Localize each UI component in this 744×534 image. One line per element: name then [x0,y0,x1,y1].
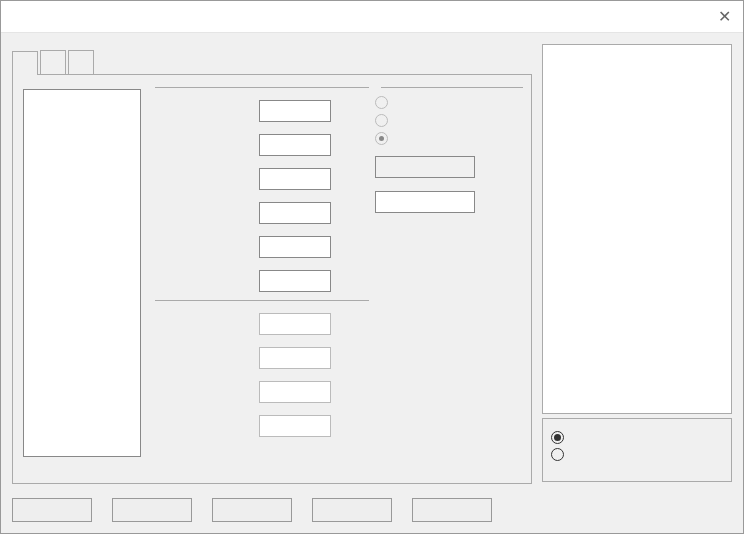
tab-attributes[interactable] [68,50,94,74]
series-column [23,85,141,473]
tab-sprockets[interactable] [12,51,38,75]
tab-setup[interactable] [40,50,66,74]
start-angle-input[interactable] [375,191,475,213]
style-envelope [375,114,523,127]
thick-input [259,347,331,369]
title-bar: ✕ [1,1,743,33]
edit-button[interactable] [312,498,392,522]
style-column [375,85,523,213]
teeth-input[interactable] [259,100,331,122]
preview-pane [542,44,732,414]
pitch-input [259,313,331,335]
rep-top[interactable] [551,431,723,444]
roller-input [259,381,331,403]
style-simple [375,96,523,109]
plate-input [259,415,331,437]
tab-panel [12,74,532,484]
ok-button[interactable] [12,498,92,522]
hubd-input[interactable] [259,168,331,190]
help-button[interactable] [212,498,292,522]
parameters-column [149,85,369,445]
button-bar [12,498,492,522]
series-listbox[interactable] [23,89,141,457]
hubtp-input[interactable] [259,236,331,258]
hubtn-input[interactable] [259,202,331,224]
sprocket-preview-icon [552,144,722,314]
teeth-draw-input [375,156,475,178]
bore-input[interactable] [259,134,331,156]
representation-group [542,418,732,482]
rep-wire3d[interactable] [551,448,723,461]
move-button[interactable] [412,498,492,522]
close-icon[interactable]: ✕ [718,7,731,26]
link-input[interactable] [259,270,331,292]
style-detail [375,132,523,145]
cancel-button[interactable] [112,498,192,522]
